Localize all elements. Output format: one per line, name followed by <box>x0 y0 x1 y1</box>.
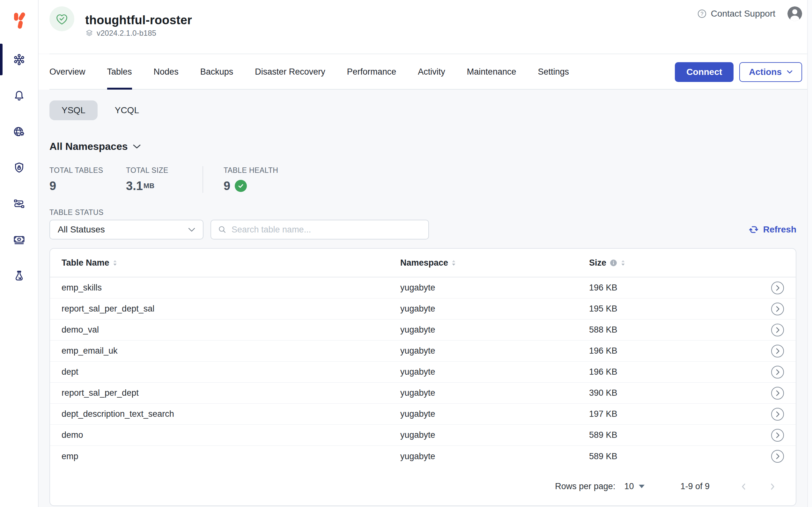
flow-icon <box>12 197 26 211</box>
refresh-button[interactable]: Refresh <box>748 224 796 235</box>
chevron-right-circle-icon <box>771 344 784 358</box>
shield-lock-icon <box>12 161 26 174</box>
open-table-button[interactable] <box>771 450 784 463</box>
chevron-right-circle-icon <box>771 281 784 295</box>
sort-icon <box>451 260 456 266</box>
search-icon <box>218 225 227 234</box>
user-avatar[interactable] <box>788 6 802 21</box>
rows-per-page-select[interactable]: 10 <box>624 482 645 491</box>
cell-namespace: yugabyte <box>400 430 589 440</box>
stat-value: 9 <box>224 179 278 193</box>
sidebar-item-integrations[interactable] <box>0 185 38 222</box>
toggle-ysql[interactable]: YSQL <box>49 101 98 120</box>
sidebar-item-alerts[interactable] <box>0 77 38 114</box>
sidebar <box>0 0 39 507</box>
table-search-input[interactable] <box>231 225 422 235</box>
open-table-button[interactable] <box>771 387 784 400</box>
table-row[interactable]: demo_val yugabyte 588 KB <box>50 320 796 341</box>
chevron-right-circle-icon <box>771 365 784 379</box>
namespace-selector-label: All Namespaces <box>49 140 127 153</box>
tab-maintenance[interactable]: Maintenance <box>467 54 517 90</box>
open-table-button[interactable] <box>771 407 784 421</box>
open-table-button[interactable] <box>771 323 784 337</box>
tab-activity[interactable]: Activity <box>418 54 445 90</box>
table-row[interactable]: report_sal_per_dept_sal yugabyte 195 KB <box>50 298 796 320</box>
cell-table-name: demo <box>62 430 400 440</box>
namespace-selector[interactable]: All Namespaces <box>49 140 141 153</box>
chevron-right-circle-icon <box>771 407 784 421</box>
contact-support-label: Contact Support <box>711 9 775 19</box>
tab-nodes[interactable]: Nodes <box>154 54 179 90</box>
open-table-button[interactable] <box>771 429 784 442</box>
table-row[interactable]: dept yugabyte 196 KB <box>50 361 796 383</box>
stat-value: 3.1 MB <box>126 179 203 193</box>
chevron-right-circle-icon <box>771 323 784 337</box>
column-header-size[interactable]: Size <box>589 258 754 268</box>
cell-namespace: yugabyte <box>400 367 589 377</box>
chevron-right-circle-icon <box>771 429 784 442</box>
cell-size: 390 KB <box>589 388 754 398</box>
cluster-version-row: v2024.2.1.0-b185 <box>85 29 192 38</box>
status-filter-select[interactable]: All Statuses <box>49 220 204 239</box>
tab-performance[interactable]: Performance <box>347 54 396 90</box>
tab-settings[interactable]: Settings <box>538 54 569 90</box>
filter-row: All Statuses <box>49 220 796 239</box>
column-header-table-name[interactable]: Table Name <box>62 258 400 268</box>
cell-namespace: yugabyte <box>400 304 589 314</box>
sidebar-item-cloud-config[interactable] <box>0 114 38 150</box>
stat-label: TABLE HEALTH <box>224 166 278 174</box>
next-page-button[interactable] <box>768 482 777 491</box>
table-status-label: TABLE STATUS <box>49 208 796 217</box>
bell-icon <box>12 89 26 102</box>
table-row[interactable]: dept_description_text_search yugabyte 19… <box>50 404 796 425</box>
cell-table-name: dept_description_text_search <box>62 409 400 419</box>
sidebar-item-universes[interactable] <box>0 42 38 77</box>
flask-icon <box>12 269 26 283</box>
tab-backups[interactable]: Backups <box>200 54 233 90</box>
column-header-namespace[interactable]: Namespace <box>400 258 589 268</box>
chevron-right-circle-icon <box>771 387 784 400</box>
open-table-button[interactable] <box>771 302 784 316</box>
table-row[interactable]: emp yugabyte 589 KB <box>50 446 796 467</box>
tab-disaster-recovery[interactable]: Disaster Recovery <box>255 54 325 90</box>
cell-size: 196 KB <box>589 367 754 377</box>
sidebar-item-billing[interactable] <box>0 222 38 258</box>
cell-table-name: dept <box>62 367 400 377</box>
table-row[interactable]: emp_skills yugabyte 196 KB <box>50 277 796 298</box>
chevron-down-icon <box>133 144 141 149</box>
sidebar-item-labs[interactable] <box>0 258 38 294</box>
cluster-version: v2024.2.1.0-b185 <box>97 29 156 38</box>
cell-table-name: report_sal_per_dept_sal <box>62 304 400 314</box>
yugabyte-logo[interactable] <box>0 0 38 42</box>
svg-text:?: ? <box>700 11 703 16</box>
toggle-ycql[interactable]: YCQL <box>106 101 148 120</box>
cell-namespace: yugabyte <box>400 283 589 293</box>
open-table-button[interactable] <box>771 365 784 379</box>
table-row[interactable]: demo yugabyte 589 KB <box>50 425 796 446</box>
table-header-row: Table Name Namespace Size <box>50 249 796 277</box>
tab-tables[interactable]: Tables <box>107 54 132 90</box>
table-pagination: Rows per page: 10 1-9 of 9 <box>50 467 796 506</box>
previous-page-button[interactable] <box>739 482 749 491</box>
connect-button[interactable]: Connect <box>675 62 734 82</box>
stat-total-size: TOTAL SIZE 3.1 MB <box>126 166 203 193</box>
health-check-icon <box>235 180 247 192</box>
contact-support-button[interactable]: ? Contact Support <box>697 9 775 19</box>
open-table-button[interactable] <box>771 344 784 358</box>
table-row[interactable]: emp_email_uk yugabyte 196 KB <box>50 341 796 361</box>
chevron-down-icon <box>787 70 793 74</box>
cell-namespace: yugabyte <box>400 409 589 419</box>
tab-overview[interactable]: Overview <box>49 54 86 90</box>
tables-card: Table Name Namespace Size <box>49 248 796 506</box>
cell-size: 588 KB <box>589 325 754 335</box>
sidebar-item-security[interactable] <box>0 150 38 185</box>
info-icon[interactable] <box>609 259 617 267</box>
chevron-left-icon <box>739 482 749 491</box>
actions-button-label: Actions <box>749 67 782 77</box>
table-row[interactable]: report_sal_per_dept yugabyte 390 KB <box>50 383 796 404</box>
cell-size: 195 KB <box>589 304 754 314</box>
chevron-right-circle-icon <box>771 302 784 316</box>
open-table-button[interactable] <box>771 281 784 295</box>
scrollbar-gutter[interactable] <box>807 0 812 507</box>
actions-button[interactable]: Actions <box>739 62 802 82</box>
